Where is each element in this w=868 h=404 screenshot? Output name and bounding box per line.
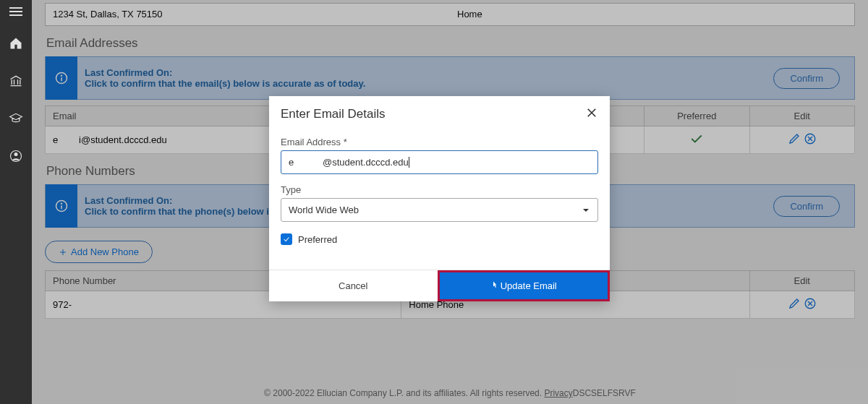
cancel-button[interactable]: Cancel [269,270,438,301]
pointer-icon [490,280,499,292]
update-highlight: Update Email [438,270,610,301]
graduation-icon[interactable] [9,111,23,129]
update-label: Update Email [501,280,557,291]
preferred-checkbox[interactable] [281,233,292,245]
type-label: Type [281,184,598,195]
svg-point-1 [14,152,18,156]
type-select[interactable]: World Wide Web [281,198,598,222]
side-nav [0,0,32,404]
institution-icon[interactable] [9,74,23,91]
preferred-label: Preferred [298,234,337,245]
home-icon[interactable] [9,36,23,53]
email-input-value: e @student.dcccd.edu [289,157,409,168]
type-value: World Wide Web [289,205,359,215]
profile-icon[interactable] [9,149,23,166]
preferred-row[interactable]: Preferred [281,233,598,245]
chevron-down-icon [582,206,590,215]
menu-icon[interactable] [9,7,22,16]
email-address-input[interactable]: e @student.dcccd.edu [281,150,598,174]
close-icon[interactable] [585,106,598,122]
modal-title: Enter Email Details [281,107,585,121]
email-address-label: Email Address * [281,137,598,147]
email-details-modal: Enter Email Details Email Address * e @s… [269,96,610,301]
text-cursor [409,157,409,168]
update-email-button[interactable]: Update Email [440,272,608,299]
